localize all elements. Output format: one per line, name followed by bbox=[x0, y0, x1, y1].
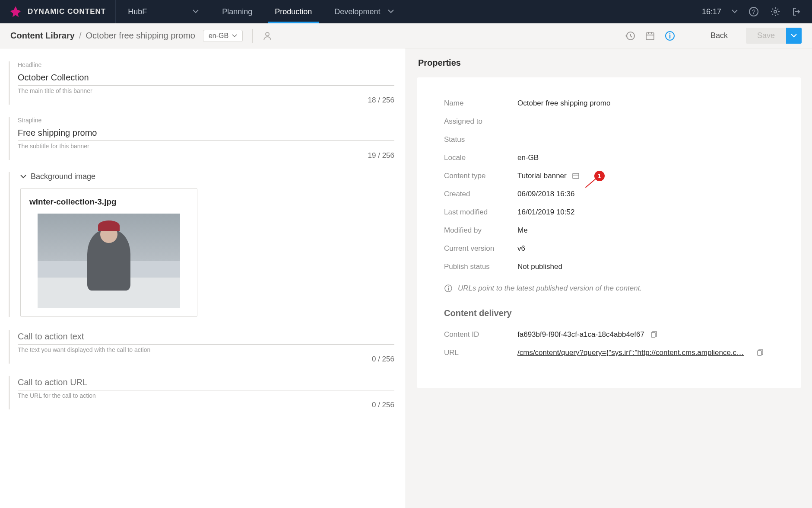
char-counter: 18 / 256 bbox=[18, 96, 394, 105]
prop-key: URL bbox=[444, 348, 517, 357]
prop-value: fa693bf9-f90f-43cf-a1ca-18c4abb4ef67 bbox=[517, 330, 774, 339]
cta-text-input[interactable] bbox=[18, 330, 394, 345]
svg-marker-0 bbox=[10, 6, 21, 17]
properties-body: Name October free shipping promo Assigne… bbox=[417, 77, 801, 388]
logout-icon[interactable] bbox=[791, 6, 802, 17]
save-button[interactable]: Save bbox=[746, 28, 786, 44]
headline-input[interactable] bbox=[18, 71, 394, 86]
image-card[interactable]: winter-collection-3.jpg bbox=[20, 188, 197, 317]
char-counter: 19 / 256 bbox=[18, 151, 394, 160]
prop-key: Assigned to bbox=[444, 117, 517, 126]
breadcrumb-sep: / bbox=[79, 31, 82, 41]
strapline-input[interactable] bbox=[18, 126, 394, 141]
svg-rect-11 bbox=[758, 351, 761, 355]
calendar-icon[interactable] bbox=[645, 31, 655, 41]
editor-pane: Headline The main title of this banner 1… bbox=[0, 48, 406, 508]
info-icon bbox=[444, 284, 453, 293]
chevron-down-icon bbox=[20, 175, 26, 179]
prop-value: 16/01/2019 10:52 bbox=[517, 208, 774, 217]
tab-production[interactable]: Production bbox=[263, 0, 323, 23]
user-icon[interactable] bbox=[262, 31, 273, 41]
prop-key: Created bbox=[444, 190, 517, 198]
svg-point-3 bbox=[774, 10, 777, 13]
clock: 16:17 bbox=[702, 7, 721, 16]
sub-header: Content Library / October free shipping … bbox=[0, 23, 812, 48]
section-toggle[interactable]: Background image bbox=[13, 172, 394, 181]
char-counter: 0 / 256 bbox=[18, 355, 394, 364]
caret-down-icon bbox=[388, 10, 394, 14]
brand-logo-icon bbox=[10, 6, 22, 18]
schema-icon[interactable] bbox=[572, 172, 580, 180]
help-icon[interactable]: ? bbox=[748, 6, 759, 17]
gear-icon[interactable] bbox=[770, 6, 781, 17]
prop-content-type: Content type Tutorial banner 1 bbox=[444, 172, 774, 180]
caret-down-icon bbox=[193, 10, 199, 14]
callout-number: 1 bbox=[594, 171, 605, 181]
prop-content-id: Content ID fa693bf9-f90f-43cf-a1ca-18c4a… bbox=[444, 330, 774, 339]
caret-down-icon bbox=[232, 34, 237, 38]
prop-key: Status bbox=[444, 135, 517, 144]
note-text: URLs point to the latest published versi… bbox=[458, 284, 642, 293]
prop-value: en-GB bbox=[517, 153, 774, 162]
tab-development[interactable]: Development bbox=[323, 0, 405, 23]
breadcrumb: Content Library / October free shipping … bbox=[10, 31, 195, 41]
prop-assigned: Assigned to bbox=[444, 117, 774, 126]
info-icon[interactable] bbox=[665, 31, 675, 41]
field-label: Strapline bbox=[18, 117, 394, 124]
prop-key: Content ID bbox=[444, 330, 517, 339]
nav-tabs: Planning Production Development bbox=[211, 0, 405, 23]
image-thumbnail bbox=[38, 214, 180, 308]
prop-value: Me bbox=[517, 226, 774, 235]
prop-locale: Locale en-GB bbox=[444, 153, 774, 162]
field-hint: The URL for the call to action bbox=[18, 392, 394, 399]
tab-development-label: Development bbox=[334, 7, 380, 16]
field-label: Headline bbox=[18, 61, 394, 68]
prop-url: URL /cms/content/query?query={"sys.iri":… bbox=[444, 348, 774, 357]
svg-rect-6 bbox=[646, 33, 654, 40]
properties-pane: Properties Name October free shipping pr… bbox=[406, 48, 812, 508]
image-filename: winter-collection-3.jpg bbox=[29, 197, 188, 207]
copy-icon[interactable] bbox=[756, 349, 764, 357]
breadcrumb-leaf: October free shipping promo bbox=[86, 31, 195, 41]
tab-planning[interactable]: Planning bbox=[211, 0, 263, 23]
copy-icon[interactable] bbox=[650, 331, 657, 339]
brand-name: DYNAMIC CONTENT bbox=[28, 7, 106, 16]
field-background-image: Background image winter-collection-3.jpg bbox=[9, 172, 394, 317]
save-button-group: Save bbox=[746, 28, 802, 44]
back-button[interactable]: Back bbox=[702, 28, 736, 44]
prop-publish-status: Publish status Not published bbox=[444, 262, 774, 271]
locale-selector[interactable]: en-GB bbox=[203, 30, 243, 42]
section-label: Background image bbox=[31, 172, 95, 181]
delivery-url-link[interactable]: /cms/content/query?query={"sys.iri":"htt… bbox=[517, 348, 751, 357]
prop-value: 06/09/2018 16:36 bbox=[517, 190, 774, 198]
cta-url-input[interactable] bbox=[18, 376, 394, 390]
field-cta-url: The URL for the call to action 0 / 256 bbox=[9, 376, 394, 409]
prop-value: Not published bbox=[517, 262, 774, 271]
prop-modified-by: Modified by Me bbox=[444, 226, 774, 235]
prop-value: Tutorial banner 1 bbox=[517, 172, 774, 180]
caret-down-icon[interactable] bbox=[732, 10, 738, 14]
url-info-note: URLs point to the latest published versi… bbox=[444, 284, 774, 293]
prop-created: Created 06/09/2018 16:36 bbox=[444, 190, 774, 198]
prop-value bbox=[517, 117, 774, 126]
prop-value: October free shipping promo bbox=[517, 99, 774, 108]
field-hint: The main title of this banner bbox=[18, 87, 394, 94]
prop-version: Current version v6 bbox=[444, 244, 774, 253]
svg-rect-10 bbox=[651, 332, 655, 337]
history-icon[interactable] bbox=[625, 31, 635, 41]
save-dropdown-button[interactable] bbox=[786, 28, 802, 44]
breadcrumb-root[interactable]: Content Library bbox=[10, 31, 75, 41]
divider bbox=[252, 29, 253, 43]
field-hint: The subtitle for this banner bbox=[18, 143, 394, 150]
hub-selector[interactable]: HubF bbox=[116, 7, 211, 16]
prop-key: Last modified bbox=[444, 208, 517, 217]
prop-value bbox=[517, 135, 774, 144]
prop-key: Name bbox=[444, 99, 517, 108]
field-cta-text: The text you want displayed with the cal… bbox=[9, 330, 394, 364]
prop-key: Locale bbox=[444, 153, 517, 162]
prop-key: Content type bbox=[444, 172, 517, 180]
field-hint: The text you want displayed with the cal… bbox=[18, 346, 394, 353]
main-split: Headline The main title of this banner 1… bbox=[0, 48, 812, 508]
field-strapline: Strapline The subtitle for this banner 1… bbox=[9, 117, 394, 160]
content-delivery-title: Content delivery bbox=[444, 308, 774, 318]
